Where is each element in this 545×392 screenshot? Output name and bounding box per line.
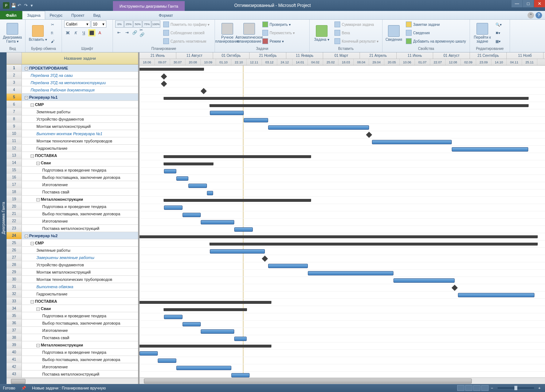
- summary-bar[interactable]: [210, 104, 528, 107]
- task-name-cell[interactable]: Поставка металлоконструкций: [22, 226, 138, 231]
- gantt-row[interactable]: [140, 66, 545, 73]
- percent-25%[interactable]: 25%: [124, 20, 133, 28]
- table-row[interactable]: 33−ПОСТАВКА: [7, 298, 138, 305]
- add-to-timeline-button[interactable]: Добавить на временную шкалу: [404, 37, 467, 45]
- table-row[interactable]: 2Передана ЗТД на сваи: [7, 72, 138, 79]
- find-button[interactable]: 🔍▾: [494, 20, 503, 28]
- move-button[interactable]: Переместить ▾: [261, 29, 296, 37]
- task-name-cell[interactable]: Поставка металлоконструкций: [22, 372, 138, 376]
- collapse-icon[interactable]: −: [25, 67, 28, 70]
- gantt-row[interactable]: [140, 189, 545, 197]
- task-bar[interactable]: [452, 147, 528, 152]
- table-row[interactable]: 37Изготовление: [7, 327, 138, 334]
- gantt-row[interactable]: [140, 204, 545, 211]
- row-number[interactable]: 17: [7, 181, 22, 188]
- table-row[interactable]: 28Устройство фундаментов: [7, 261, 138, 268]
- view-usage-icon[interactable]: [465, 385, 473, 391]
- task-name-cell[interactable]: −СМР: [22, 241, 138, 245]
- row-header-corner[interactable]: [7, 52, 22, 64]
- insert-task-button[interactable]: Задача ▾: [312, 20, 332, 46]
- menu-tab-Ресурс[interactable]: Ресурс: [45, 11, 67, 19]
- task-name-cell[interactable]: Монтаж металлоконструкций: [22, 124, 138, 129]
- task-bar[interactable]: [201, 220, 234, 224]
- row-number[interactable]: 36: [7, 320, 22, 326]
- row-number[interactable]: 19: [7, 196, 22, 203]
- row-number[interactable]: 37: [7, 327, 22, 334]
- row-number[interactable]: 5: [7, 94, 22, 101]
- task-name-cell[interactable]: Подготовка и проведение тендера: [22, 350, 138, 354]
- gantt-row[interactable]: [140, 160, 545, 168]
- table-row[interactable]: 41Выбор поставщика, заключение договора: [7, 356, 138, 363]
- task-name-cell[interactable]: Выбор поставщика, заключение договора: [22, 175, 138, 180]
- task-bar[interactable]: [183, 322, 201, 326]
- row-number[interactable]: 11: [7, 137, 22, 144]
- row-number[interactable]: 9: [7, 123, 22, 130]
- mark-on-track-button[interactable]: Пометить по графику ▾: [162, 20, 211, 28]
- task-name-cell[interactable]: −ПОСТАВКА: [22, 153, 138, 158]
- gantt-row[interactable]: [140, 182, 545, 189]
- collapse-icon[interactable]: −: [31, 300, 34, 303]
- underline-button[interactable]: Ч: [80, 29, 87, 36]
- column-header-name[interactable]: Название задачи: [22, 52, 138, 64]
- table-row[interactable]: 19−Металлоконструкции: [7, 196, 138, 203]
- task-name-cell[interactable]: Выбор поставщика, заключение договора: [22, 357, 138, 362]
- milestone-button[interactable]: Веха: [333, 29, 380, 37]
- table-row[interactable]: 27Завершены земляные работы: [7, 254, 138, 261]
- row-number[interactable]: 21: [7, 210, 22, 217]
- font-name-combo[interactable]: Calibri▾: [64, 20, 90, 28]
- table-row[interactable]: 38Поставка свай: [7, 334, 138, 341]
- collapse-icon[interactable]: −: [36, 307, 40, 311]
- collapse-icon[interactable]: −: [36, 162, 40, 165]
- row-number[interactable]: 1: [7, 64, 22, 71]
- task-name-cell[interactable]: −Резервуар №1: [22, 95, 138, 99]
- manual-schedule-button[interactable]: Ручное планирование: [217, 20, 238, 46]
- row-number[interactable]: 13: [7, 152, 22, 159]
- indent-button[interactable]: ⇥: [123, 29, 130, 36]
- table-row[interactable]: 18Поставка свай: [7, 188, 138, 196]
- row-number[interactable]: 22: [7, 217, 22, 224]
- gantt-row[interactable]: [140, 262, 545, 270]
- app-icon[interactable]: P: [3, 2, 9, 9]
- task-name-cell[interactable]: Поставка свай: [22, 190, 138, 194]
- summary-task-button[interactable]: Суммарная задача: [333, 20, 380, 28]
- table-row[interactable]: 31Выполнена обвязка: [7, 283, 138, 290]
- table-row[interactable]: 24−Резервуар №2: [7, 232, 138, 239]
- row-number[interactable]: 8: [7, 115, 22, 122]
- table-row[interactable]: 5−Резервуар №1: [7, 94, 138, 101]
- collapse-icon[interactable]: −: [25, 235, 28, 238]
- qat-dropdown-icon[interactable]: ▾: [31, 3, 36, 8]
- mode-button[interactable]: Режим ▾: [261, 37, 296, 45]
- gantt-row[interactable]: [140, 248, 545, 255]
- minimize-ribbon-icon[interactable]: ⌃: [528, 12, 534, 19]
- collapse-icon[interactable]: −: [31, 103, 34, 107]
- table-row[interactable]: 32Гидроиспытание: [7, 290, 138, 298]
- task-name-cell[interactable]: Выполнена обвязка: [22, 285, 138, 289]
- row-number[interactable]: 40: [7, 349, 22, 356]
- table-row[interactable]: 1−ПРОЕКТИРОВАНИЕ: [7, 64, 138, 72]
- task-name-cell[interactable]: Земляные работы: [22, 110, 138, 114]
- bold-button[interactable]: Ж: [64, 29, 71, 36]
- gantt-scrollbar-h[interactable]: [140, 377, 545, 384]
- milestone-marker[interactable]: [262, 256, 268, 262]
- task-name-cell[interactable]: Устройство фундаментов: [22, 117, 138, 121]
- table-row[interactable]: 29Монтаж металлоконструкций: [7, 268, 138, 276]
- table-row[interactable]: 26Земляные работы: [7, 247, 138, 254]
- row-number[interactable]: 32: [7, 290, 22, 297]
- task-name-cell[interactable]: −ПРОЕКТИРОВАНИЕ: [22, 66, 138, 70]
- zoom-in-button[interactable]: +: [537, 386, 542, 390]
- file-tab[interactable]: Файл: [0, 11, 22, 19]
- row-number[interactable]: 26: [7, 247, 22, 254]
- task-bar[interactable]: [234, 337, 247, 341]
- format-tab[interactable]: Формат: [153, 11, 179, 19]
- row-number[interactable]: 25: [7, 239, 22, 246]
- task-name-cell[interactable]: Гидроиспытание: [22, 146, 138, 150]
- task-name-cell[interactable]: Подготовка и проведение тендера: [22, 168, 138, 172]
- inactivate-button[interactable]: Сделать неактивным: [162, 37, 211, 45]
- row-number[interactable]: 43: [7, 371, 22, 377]
- percent-100%[interactable]: 100%: [152, 20, 160, 28]
- table-row[interactable]: 40Подготовка и проведение тендера: [7, 349, 138, 356]
- summary-bar[interactable]: [140, 68, 204, 71]
- task-name-cell[interactable]: Изготовление: [22, 365, 138, 369]
- table-row[interactable]: 17Изготовление: [7, 181, 138, 188]
- task-details-button[interactable]: Сведения: [404, 29, 467, 37]
